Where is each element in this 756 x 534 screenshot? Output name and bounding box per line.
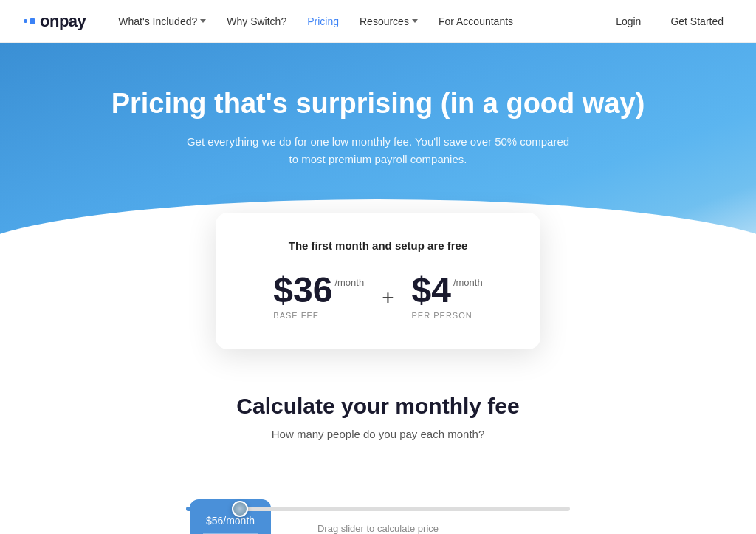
pricing-card: The first month and setup are free $36 /…: [216, 213, 540, 349]
get-started-button[interactable]: Get Started: [662, 10, 732, 33]
chevron-down-icon: [200, 19, 206, 23]
base-fee-amount: $36 /month: [273, 273, 364, 308]
logo-text: onpay: [40, 12, 86, 31]
nav-resources[interactable]: Resources: [351, 10, 427, 33]
hero-subtitle: Get everything we do for one low monthly…: [186, 133, 570, 168]
logo-dot-small: [24, 19, 27, 23]
logo-dot-large: [30, 18, 35, 24]
base-fee-per: /month: [334, 277, 364, 288]
calculator-section: Calculate your monthly fee How many peop…: [0, 349, 756, 534]
navigation: onpay What's Included? Why Switch? Prici…: [0, 0, 756, 43]
hero-title: Pricing that's surprising (in a good way…: [15, 87, 741, 121]
base-fee-dollar: $36: [273, 273, 332, 308]
login-button[interactable]: Login: [607, 10, 650, 33]
plus-sign: +: [382, 286, 394, 309]
nav-whats-included[interactable]: What's Included?: [109, 10, 215, 33]
pricing-free-note: The first month and setup are free: [260, 239, 496, 252]
per-person-dollar: $4: [412, 273, 451, 308]
per-person-per: /month: [453, 277, 483, 288]
logo[interactable]: onpay: [24, 12, 86, 31]
per-person-amount: $4 /month: [412, 273, 483, 308]
pricing-row: $36 /month BASE FEE + $4 /month PER PERS…: [260, 273, 496, 320]
calculator-description: How many people do you pay each month?: [15, 428, 741, 440]
per-person-label: PER PERSON: [412, 311, 483, 320]
nav-pricing[interactable]: Pricing: [298, 10, 348, 33]
nav-why-switch[interactable]: Why Switch?: [218, 10, 295, 33]
pricing-card-wrapper: The first month and setup are free $36 /…: [0, 213, 756, 349]
range-track: [186, 507, 570, 511]
base-fee-label: BASE FEE: [273, 311, 364, 320]
chevron-down-icon: [412, 19, 418, 23]
nav-links: What's Included? Why Switch? Pricing Res…: [109, 10, 607, 33]
nav-for-accountants[interactable]: For Accountants: [430, 10, 522, 33]
calculator-title: Calculate your monthly fee: [15, 394, 741, 419]
nav-right: Login Get Started: [607, 10, 732, 33]
logo-icon: [24, 18, 35, 24]
slider-container: $56/month 5 people Drag slider to calcul…: [186, 507, 570, 534]
base-fee-block: $36 /month BASE FEE: [273, 273, 364, 320]
per-person-block: $4 /month PER PERSON: [412, 273, 483, 320]
